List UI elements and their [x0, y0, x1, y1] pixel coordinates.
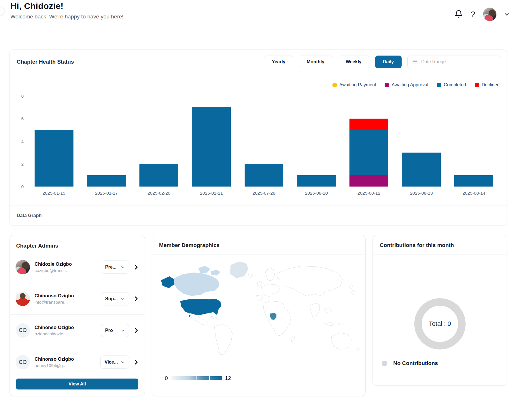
chevron-right-icon [134, 328, 139, 333]
map-country-australia [331, 333, 351, 349]
map-country-caribbean [211, 316, 217, 319]
sidebar-collapse-handle[interactable] [0, 6, 5, 16]
admin-role-select[interactable]: Pro [101, 324, 129, 337]
map-country-hawaii [189, 315, 190, 317]
filter-monthly-button[interactable]: Monthly [299, 56, 332, 68]
notifications-button[interactable] [454, 10, 463, 19]
map-country-canada-island [211, 270, 220, 275]
chart-legend: Awaiting PaymentAwaiting ApprovalComplet… [15, 81, 500, 88]
admin-role-value: Sup... [105, 296, 118, 301]
map-country-india [310, 303, 320, 318]
map-country-canada-island [198, 266, 210, 273]
chevron-right-icon [134, 296, 139, 301]
admin-detail-button[interactable] [134, 265, 139, 270]
bar-segment [87, 175, 126, 187]
bars-area [28, 96, 500, 187]
admin-avatar [16, 260, 30, 274]
bar-2025-08-10[interactable] [290, 96, 343, 187]
admin-email: ozigbochidozie... [35, 331, 101, 336]
bar-2025-08-13[interactable] [395, 96, 448, 187]
admin-row: CO Chinonso Ozigbo nonny1094@g... Vice..… [10, 346, 145, 378]
map-country-united-states [180, 299, 221, 315]
admin-avatar [16, 292, 30, 306]
map-country-iceland [248, 274, 253, 278]
admin-email: cozigbo@trans... [35, 268, 101, 273]
date-range-picker[interactable]: Date Range [407, 56, 500, 68]
page-greeting: Hi, Chidozie! [10, 1, 63, 11]
user-avatar[interactable] [483, 7, 497, 21]
x-tick-label: 2025-08-13 [395, 191, 448, 196]
bar-segment [297, 175, 336, 187]
contributions-title: Contributions for this month [380, 242, 454, 248]
help-button[interactable]: ? [470, 10, 475, 19]
legend-item: Awaiting Payment [332, 82, 376, 88]
bar-2025-08-12[interactable] [343, 96, 395, 187]
chevron-down-icon [504, 12, 509, 18]
admin-role-value: Vice... [105, 360, 118, 365]
filter-yearly-button[interactable]: Yearly [264, 56, 293, 68]
chapter-health-card: Chapter Health Status Yearly Monthly Wee… [10, 50, 507, 225]
admin-role-select[interactable]: Sup... [101, 292, 129, 305]
legend-item: Declined [475, 82, 500, 88]
bar-segment [402, 153, 441, 187]
bar-segment [245, 164, 283, 187]
profile-menu-button[interactable] [504, 12, 509, 18]
world-map[interactable] [152, 254, 365, 368]
x-axis: 2025-01-152025-01-172025-02-202025-02-21… [28, 191, 500, 196]
view-all-button[interactable]: View All [16, 379, 138, 389]
bar-segment [35, 130, 73, 187]
graph-footer: Data Graph [10, 206, 507, 218]
question-mark-icon: ? [470, 10, 475, 19]
legend-swatch [437, 83, 441, 87]
map-country-south-america [214, 324, 232, 355]
admin-name: Chidozie Ozigbo [35, 261, 101, 267]
admin-role-value: Pro [105, 328, 113, 333]
map-country-mexico [190, 313, 208, 325]
map-country-indonesia [338, 324, 343, 326]
contributions-legend: No Contributions [382, 360, 438, 366]
admin-role-select[interactable]: Vice... [100, 356, 129, 369]
filter-daily-button[interactable]: Daily [375, 56, 402, 68]
admin-email: nonny1094@g... [35, 363, 100, 368]
filter-weekly-button[interactable]: Weekly [338, 56, 369, 68]
legend-swatch [475, 83, 479, 87]
map-country-asia [277, 266, 343, 296]
admin-detail-button[interactable] [134, 360, 139, 365]
bar-2025-07-28[interactable] [238, 96, 290, 187]
world-map-svg [157, 256, 360, 368]
bar-segment [192, 107, 231, 187]
scale-min-label: 0 [165, 375, 168, 381]
map-color-scale: 0 12 [165, 375, 231, 381]
member-demographics-card: Member Demographics [152, 235, 366, 396]
bar-2025-08-14[interactable] [448, 96, 500, 187]
x-tick-label: 2025-08-12 [343, 191, 395, 196]
map-country-europe [262, 284, 280, 297]
y-tick-label: 8 [21, 94, 24, 98]
contributions-header: Contributions for this month [373, 235, 507, 254]
bar-2025-01-15[interactable] [28, 96, 80, 187]
date-range-label: Date Range [421, 59, 446, 64]
chevron-down-icon [121, 297, 125, 301]
donut-total-label: Total : 0 [429, 320, 451, 328]
admin-detail-button[interactable] [134, 296, 139, 301]
y-tick-label: 6 [21, 116, 24, 121]
data-graph-label: Data Graph [17, 213, 41, 218]
no-contributions-label: No Contributions [393, 360, 438, 366]
admin-info: Chidozie Ozigbo cozigbo@trans... [35, 261, 101, 273]
chart-card-title: Chapter Health Status [17, 59, 74, 65]
admin-info: Chinonso Ozigbo nonny1094@g... [35, 356, 100, 368]
map-country-africa [263, 301, 291, 336]
admin-role-select[interactable]: Pre... [101, 261, 129, 274]
map-country-canada [174, 273, 219, 296]
bar-chart: 02468 [15, 96, 500, 187]
chevron-down-icon [121, 328, 125, 332]
bar-2025-01-17[interactable] [80, 96, 133, 187]
x-tick-label: 2025-02-21 [185, 191, 238, 196]
bar-2025-02-21[interactable] [185, 96, 238, 187]
demographics-header: Member Demographics [152, 235, 365, 254]
admin-detail-button[interactable] [134, 328, 139, 333]
chart-body: Awaiting PaymentAwaiting ApprovalComplet… [10, 81, 507, 196]
admins-list: Chidozie Ozigbo cozigbo@trans... Pre... … [10, 251, 145, 378]
bar-segment [139, 164, 178, 187]
bar-2025-02-20[interactable] [133, 96, 185, 187]
